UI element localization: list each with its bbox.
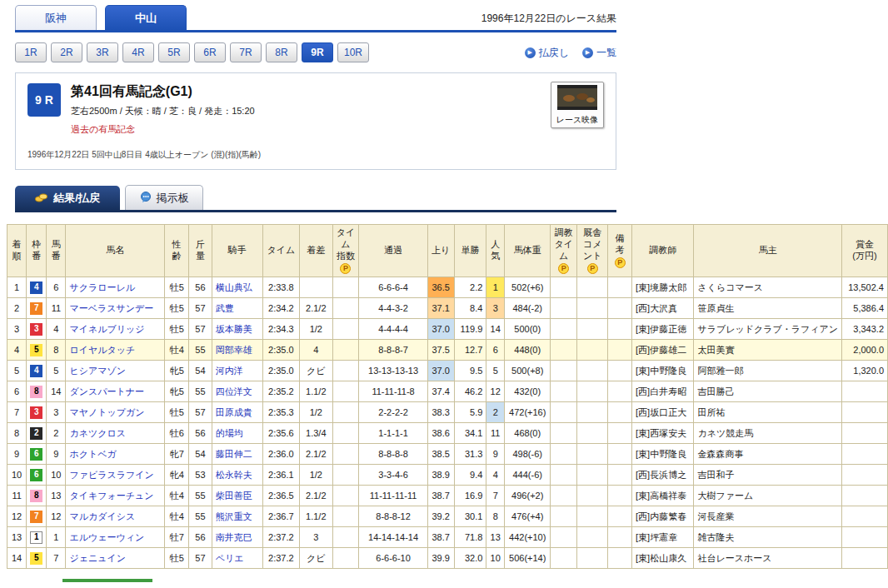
jockey-link[interactable]: 松永幹夫 [216,470,252,480]
cell-passing: 1-1-1-1 [359,423,428,444]
column-header-label: 枠 番 [29,239,43,262]
race-button-2R[interactable]: 2R [51,42,82,62]
column-header-weight: 斤量 [189,225,212,277]
race-button-4R[interactable]: 4R [122,42,154,62]
race-button-6R[interactable]: 6R [194,42,226,62]
cell-owner: 田所祐 [694,402,842,423]
horse-link[interactable]: ホクトベガ [69,449,116,459]
cell-comment [576,527,607,548]
race-button-8R[interactable]: 8R [266,42,297,62]
jockey-link[interactable]: 熊沢重文 [216,511,252,521]
cell-passing: 4-4-4-4 [359,319,428,340]
waku-badge: 6 [30,469,42,481]
horse-link[interactable]: サクラローレル [69,282,135,292]
race-button-9R[interactable]: 9R [302,42,333,62]
tab-board[interactable]: 掲示板 [125,185,203,210]
past-race-link[interactable]: 過去の有馬記念 [71,123,135,136]
horse-link[interactable]: エルウェーウィン [69,532,144,542]
cell-margin: 1.1/2 [299,381,332,402]
jockey-link[interactable]: 横山典弘 [216,282,252,292]
jockey-link[interactable]: 四位洋文 [216,386,252,396]
tab-results-payout[interactable]: 結果/払戻 [15,186,120,210]
cell-passing: 14-14-14-14 [359,527,428,548]
horse-link[interactable]: ロイヤルタッチ [69,345,135,355]
race-button-5R[interactable]: 5R [158,42,190,62]
horse-link[interactable]: カネツクロス [69,428,126,438]
cell-passing: 6-6-6-10 [359,548,428,569]
column-header-comment: 厩舎 コメントP [576,225,607,277]
jockey-link[interactable]: 河内洋 [216,366,243,376]
cell-weight: 57 [189,402,212,423]
cell-sexage: 牡5 [165,319,189,340]
horse-link[interactable]: タイキフォーチュン [69,491,153,501]
quick-link-payout[interactable]: ▶払戻し [525,46,569,60]
cell-prize: 2,000.0 [842,340,888,361]
jockey-link[interactable]: 的場均 [216,428,243,438]
jockey-link[interactable]: 坂本勝美 [216,324,252,334]
jockey-link[interactable]: 南井克巳 [216,532,252,542]
race-video-label: レース映像 [554,114,601,126]
cell-remark [608,465,632,486]
horse-link[interactable]: マーベラスサンデー [69,303,153,313]
result-row: 12712マルカダイシス牡455熊沢重文2:36.71.1/28-8-8-123… [7,506,888,527]
race-button-1R[interactable]: 1R [15,42,47,62]
horse-link[interactable]: マルカダイシス [69,511,135,521]
cell-pop: 11 [486,423,505,444]
race-info-panel: 9 R 第41回有馬記念(G1) 芝右2500m / 天候：晴 / 芝：良 / … [15,72,616,170]
jockey-link[interactable]: 柴田善臣 [216,491,252,501]
cell-waku: 5 [27,340,47,361]
cell-margin: 4 [299,340,332,361]
cell-agari: 38.5 [427,444,454,465]
cell-pop: 8 [486,506,505,527]
jockey-link[interactable]: ペリエ [216,553,244,563]
cell-pop: 4 [486,465,505,486]
jockey-link[interactable]: 田原成貴 [216,407,252,417]
horse-link[interactable]: ヒシアマゾン [69,366,126,376]
cell-sexage: 牡7 [165,527,189,548]
jockey-link[interactable]: 武豊 [216,303,234,313]
premium-icon: P [340,263,351,274]
venue-tab-nakayama[interactable]: 中山 [105,5,187,30]
horse-link[interactable]: ダンスパートナー [69,386,144,396]
cell-pos: 2 [7,298,27,319]
cell-remark [608,506,632,527]
race-button-7R[interactable]: 7R [230,42,262,62]
cell-remark [608,548,632,569]
column-header-margin: 着差 [299,225,332,277]
cell-passing: 4-4-3-2 [359,298,428,319]
cell-agari: 36.5 [427,277,454,298]
cell-sexage: 牡4 [165,506,189,527]
cell-jockey: 武豊 [212,298,262,319]
column-header-horse: 馬名 [66,225,165,277]
cell-owner: 雑古隆夫 [694,527,842,548]
cell-timeidx [332,361,359,381]
cell-remark [608,340,632,361]
cell-timeidx [332,465,359,486]
result-row: 969ホクトベガ牝754藤田伸二2:36.02.1/28-8-8-838.531… [7,444,888,465]
column-header-label: タイム [266,245,297,257]
cell-remark [608,298,632,319]
horse-link[interactable]: ファビラスラフイン [69,470,153,480]
cell-timeidx [332,506,359,527]
race-button-10R[interactable]: 10R [337,42,369,62]
venue-tab-hanshin[interactable]: 阪神 [15,5,97,30]
cell-time: 2:37.2 [262,527,299,548]
cell-hweight: 448(0) [505,340,551,361]
cell-comment [576,465,607,486]
cell-passing: 8-8-8-8 [359,444,428,465]
horse-link[interactable]: ジェニュイン [69,553,126,563]
horse-link[interactable]: マイネルブリッジ [69,324,144,334]
cell-sexage: 牡5 [165,298,189,319]
waku-badge: 8 [30,386,42,398]
jockey-link[interactable]: 藤田伸二 [216,449,252,459]
cell-margin: 3 [299,527,332,548]
cell-owner: サラブレッドクラブ・ラフィアン [694,319,842,340]
column-header-timeidx: タイム 指数P [332,225,359,277]
cell-horse: エルウェーウィン [66,527,165,548]
horse-link[interactable]: マヤノトップガン [69,407,144,417]
jockey-link[interactable]: 岡部幸雄 [216,345,252,355]
cell-pop: 6 [486,340,505,361]
quick-link-list[interactable]: ▶一覧 [582,46,616,60]
race-button-3R[interactable]: 3R [87,42,118,62]
race-video-button[interactable]: レース映像 [551,82,604,128]
